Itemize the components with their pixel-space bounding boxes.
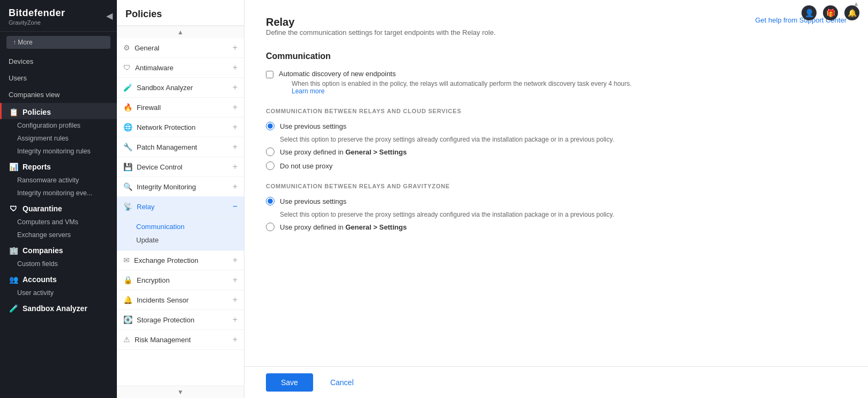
firewall-expand[interactable]: + [233,102,238,112]
encryption-icon: 🔒 [123,276,132,284]
sidebar-section-quarantine[interactable]: 🛡 Quarantine [0,200,117,216]
bell-icon[interactable]: 🔔 [844,5,859,20]
sidebar-section-accounts[interactable]: 👥 Accounts [0,270,117,286]
sidebar-section-sandbox[interactable]: 🧪 Sandbox Analyzer [0,299,117,315]
sidebar-sub-user-activity[interactable]: User activity [0,286,117,299]
users-label: Users [9,74,27,82]
policy-item-network[interactable]: 🌐Network Protection + [117,117,244,137]
patch-expand[interactable]: + [233,142,238,152]
exchange-expand[interactable]: + [233,255,238,265]
antimalware-expand[interactable]: + [233,63,238,72]
learn-more-link[interactable]: Learn more [292,87,324,95]
quarantine-icon: 🛡 [9,204,18,213]
brand-sub: GravityZone [9,19,41,26]
policies-section-wrap: 📋 Policies [0,103,117,119]
encryption-expand[interactable]: + [233,275,238,285]
risk-expand[interactable]: + [233,335,238,344]
sidebar-section-companies[interactable]: 🏢 Companies [0,241,117,257]
sidebar-sub-integrity-rules[interactable]: Integrity monitoring rules [0,145,117,158]
policy-item-antimalware[interactable]: 🛡Antimalware + [117,58,244,78]
policy-scroll-down[interactable]: ▼ [117,386,244,398]
gz-general-row: Use proxy defined in General > Settings [266,223,847,231]
policy-scroll-up[interactable]: ▲ [117,26,244,38]
sidebar-sub-configuration-profiles[interactable]: Configuration profiles [0,119,117,132]
policies-icon: 📋 [9,107,18,117]
cs-none-label[interactable]: Do not use proxy [280,162,332,170]
device-control-expand[interactable]: + [233,162,238,172]
policy-item-firewall[interactable]: 🔥Firewall + [117,98,244,117]
sidebar-logo: Bitdefender GravityZone ◀ [0,0,117,32]
storage-icon: 💽 [123,315,132,324]
policy-item-encryption[interactable]: 🔒Encryption + [117,270,244,290]
cs-none-row: Do not use proxy [266,161,847,170]
companies-view-label: Companies view [9,91,60,99]
policy-item-sandbox[interactable]: 🧪Sandbox Analyzer + [117,78,244,98]
cs-prev-desc: Select this option to preserve the proxy… [280,136,847,143]
policy-item-storage[interactable]: 💽Storage Protection + [117,310,244,330]
companies-icon: 🏢 [9,246,18,255]
gz-prev-radio[interactable] [266,197,275,205]
sidebar-sub-assignment-rules[interactable]: Assignment rules [0,132,117,145]
gz-prev-label[interactable]: Use previous settings [280,197,346,205]
device-control-icon: 💾 [123,163,132,171]
integrity-expand[interactable]: + [233,182,238,191]
quarantine-section-label: Quarantine [23,204,62,213]
relay-icon: 📡 [123,202,132,211]
sandbox-expand[interactable]: + [233,83,238,92]
sandbox-section-label: Sandbox Analyzer [23,304,87,313]
auto-discovery-label[interactable]: Automatic discovery of new endpoints [279,70,396,78]
policy-panel-title: Policies [117,0,244,26]
firewall-icon: 🔥 [123,103,132,112]
policy-item-exchange[interactable]: ✉Exchange Protection + [117,250,244,270]
policy-item-patch[interactable]: 🔧Patch Management + [117,137,244,157]
general-expand[interactable]: + [233,43,238,53]
sidebar-sub-exchange-servers[interactable]: Exchange servers [0,229,117,241]
policy-item-incidents[interactable]: 🔔Incidents Sensor + [117,290,244,310]
save-button[interactable]: Save [266,373,313,392]
auto-discovery-desc: When this option is enabled in the polic… [292,80,632,95]
cancel-button[interactable]: Cancel [320,373,365,392]
gift-icon[interactable]: 🎁 [823,5,838,20]
cs-general-label: Use proxy defined in General > Settings [280,148,407,156]
relay-title: Relay [266,16,496,28]
relay-collapse[interactable]: − [233,202,238,211]
sidebar-sub-ransomware[interactable]: Ransomware activity [0,174,117,187]
cs-prev-label[interactable]: Use previous settings [280,122,346,130]
gravityzone-radio-group: Use previous settings Select this option… [266,197,847,231]
cs-prev-radio[interactable] [266,122,275,130]
incidents-expand[interactable]: + [233,295,238,305]
companies-section-label: Companies [23,246,63,255]
cloud-services-radio-group: Use previous settings Select this option… [266,122,847,170]
sidebar-section-reports[interactable]: 📊 Reports [0,158,117,174]
sidebar-section-policies[interactable]: 📋 Policies [0,103,117,119]
cs-prev-row: Use previous settings [266,122,847,130]
sidebar-item-users[interactable]: Users [0,70,117,86]
user-icon[interactable]: 👤 [802,5,817,20]
policy-item-risk[interactable]: ⚠Risk Management + [117,330,244,350]
collapse-button[interactable]: ◀ [102,9,117,23]
sidebar-sub-integrity-eve[interactable]: Integrity monitoring eve... [0,187,117,200]
footer-bar: Save Cancel [244,366,868,398]
reports-icon: 📊 [9,162,18,172]
network-expand[interactable]: + [233,122,238,132]
more-button[interactable]: ↑ More [6,36,110,49]
sidebar-sub-computers-vms[interactable]: Computers and VMs [0,216,117,229]
policy-item-general[interactable]: ⚙General + [117,38,244,58]
sidebar-item-companies-view[interactable]: Companies view [0,86,117,103]
sidebar-item-devices[interactable]: Devices [0,53,117,70]
relay-sub-communication[interactable]: Communication [130,220,244,233]
policy-item-relay[interactable]: 📡Relay − [117,197,244,217]
exchange-icon: ✉ [123,256,130,264]
cs-none-radio[interactable] [266,161,275,170]
cs-general-radio[interactable] [266,148,275,156]
devices-label: Devices [9,57,33,65]
policy-item-device-control[interactable]: 💾Device Control + [117,157,244,177]
sidebar: Bitdefender GravityZone ◀ ↑ More Devices… [0,0,117,398]
storage-expand[interactable]: + [233,315,238,325]
policy-item-integrity[interactable]: 🔍Integrity Monitoring + [117,177,244,197]
general-icon: ⚙ [123,43,130,52]
sidebar-sub-custom-fields[interactable]: Custom fields [0,257,117,270]
gz-general-radio[interactable] [266,223,275,231]
auto-discovery-checkbox[interactable] [266,71,273,78]
relay-sub-update[interactable]: Update [130,233,244,247]
